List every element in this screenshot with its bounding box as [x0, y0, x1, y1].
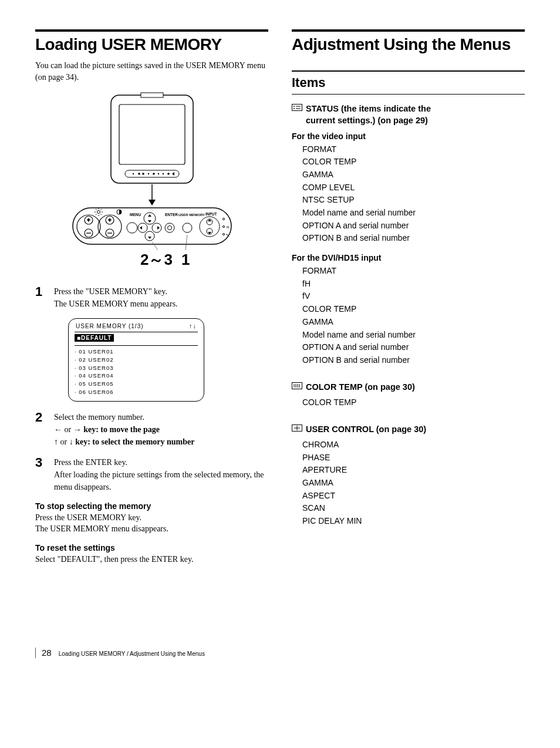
svg-point-10 [162, 173, 163, 174]
usercontrol-section-head: USER CONTROL (on page 30) [292, 423, 525, 435]
colortemp-list: COLOR TEMP [302, 396, 525, 409]
step-2-line-b: ← or → key: to move the page [54, 423, 268, 436]
svg-line-31 [100, 209, 102, 210]
svg-point-61 [294, 108, 295, 109]
list-item: FORMAT [302, 265, 525, 278]
list-item: GAMMA [302, 477, 525, 490]
list-item: OPTION B and serial number [302, 232, 525, 245]
svg-point-7 [147, 173, 149, 174]
menu-item: · 06 USER06 [75, 388, 198, 396]
step-3-line-a: Press the ENTER key. [54, 456, 268, 469]
svg-point-11 [167, 173, 170, 175]
status-section-head: STATUS (the items indicate the current s… [292, 103, 525, 127]
panel-label-enter: ENTER [165, 213, 178, 217]
panel-label-usermem: USER MEMORY [178, 213, 205, 217]
list-item: fV [302, 290, 525, 303]
list-item: OPTION A and serial number [302, 341, 525, 354]
step-2-line-a: Select the memory number. [54, 411, 268, 423]
svg-line-56 [152, 242, 158, 250]
status-head-line-a: STATUS (the items indicate the [306, 104, 431, 113]
stop-line-a: Press the USER MEMORY key. [35, 512, 268, 524]
svg-point-5 [138, 173, 140, 175]
arrow-left-icon: ← [54, 425, 65, 434]
svg-point-45 [165, 223, 174, 233]
step-3-number: 3 [35, 456, 46, 493]
step-1: 1 Press the "USER MEMORY" key. The USER … [35, 285, 268, 310]
menu-item: · 01 USER01 [75, 348, 198, 356]
svg-marker-40 [140, 226, 142, 230]
svg-point-55 [222, 234, 224, 235]
svg-marker-38 [148, 220, 151, 223]
items-heading: Items [292, 70, 525, 95]
svg-rect-63 [292, 382, 302, 389]
left-intro: You can load the picture settings saved … [35, 60, 268, 83]
dvi-input-sub: For the DVI/HD15 input [292, 253, 525, 262]
svg-point-53 [222, 218, 224, 220]
svg-point-25 [97, 211, 100, 214]
svg-marker-37 [148, 214, 151, 217]
svg-point-35 [127, 223, 137, 233]
page-number: 28 [42, 648, 52, 658]
svg-marker-44 [148, 237, 151, 239]
diagram-pointer-a: 2～3 [140, 251, 173, 268]
svg-line-33 [100, 214, 102, 215]
svg-marker-42 [157, 226, 160, 230]
svg-line-30 [96, 209, 97, 210]
usercontrol-icon [292, 424, 302, 432]
colortemp-section-head: COLOR TEMP (on page 30) [292, 381, 525, 393]
svg-point-39 [138, 223, 147, 233]
menu-item: · 02 USER02 [75, 356, 198, 364]
step-2-number: 2 [35, 411, 46, 448]
list-item: COLOR TEMP [302, 396, 525, 409]
svg-text:+: + [87, 217, 90, 223]
step-1-line-b: The USER MEMORY menu appears. [54, 298, 268, 310]
panel-label-input: INPUT [205, 212, 217, 216]
step-1-number: 1 [35, 285, 46, 310]
arrow-right-icon: → key: to move the page [71, 425, 160, 434]
arrow-up-icon: ↑ [54, 437, 60, 446]
menu-default-row: ■DEFAULT [75, 334, 114, 342]
panel-label-r: R [227, 225, 230, 229]
dvi-input-list: FORMAT fH fV COLOR TEMP GAMMA Model name… [302, 265, 525, 367]
list-item: OPTION B and serial number [302, 354, 525, 367]
svg-point-6 [142, 173, 144, 175]
page-columns: Loading USER MEMORY You can load the pic… [35, 29, 525, 565]
list-item: COLOR TEMP [302, 303, 525, 316]
reset-heading: To reset the settings [35, 543, 268, 552]
colortemp-icon [292, 382, 302, 389]
updown-arrows-icon: ↑↓ [189, 322, 197, 329]
right-column: Adjustment Using the Menus Items STATUS … [292, 29, 525, 565]
step-3-line-b: After loading the picture settings from … [54, 469, 268, 493]
svg-line-57 [185, 235, 187, 250]
panel-label-menu: MENU [130, 213, 141, 217]
left-column: Loading USER MEMORY You can load the pic… [35, 29, 268, 565]
list-item: fH [302, 278, 525, 291]
svg-text:+: + [108, 217, 111, 223]
svg-rect-58 [292, 105, 302, 111]
colortemp-head-text: COLOR TEMP (on page 30) [306, 381, 415, 393]
usercontrol-head-text: USER CONTROL (on page 30) [306, 423, 426, 435]
list-item: NTSC SETUP [302, 194, 525, 207]
svg-point-54 [222, 226, 224, 228]
list-item: GAMMA [302, 169, 525, 181]
diagram-pointer-b: 1 [181, 251, 190, 268]
svg-point-47 [183, 223, 192, 233]
list-item: FORMAT [302, 143, 525, 156]
right-title: Adjustment Using the Menus [292, 29, 525, 54]
svg-marker-13 [149, 200, 156, 205]
list-item: Model name and serial number [302, 329, 525, 342]
footer-text: Loading USER MEMORY / Adjustment Using t… [59, 651, 205, 657]
svg-point-41 [152, 223, 161, 233]
svg-point-8 [153, 173, 155, 175]
list-item: COMP LEVEL [302, 181, 525, 194]
svg-rect-1 [119, 105, 185, 164]
usercontrol-list: CHROMA PHASE APERTURE GAMMA ASPECT SCAN … [302, 439, 525, 528]
list-item: Model name and serial number [302, 207, 525, 220]
step-2-line-c: ↑ or ↓ key: to select the memory number [54, 436, 268, 448]
list-item: PIC DELAY MIN [302, 515, 525, 528]
left-title: Loading USER MEMORY [35, 29, 268, 54]
list-item: OPTION A and serial number [302, 220, 525, 233]
svg-line-32 [96, 214, 97, 215]
list-item: ASPECT [302, 490, 525, 503]
menu-item: · 04 USER04 [75, 372, 198, 380]
